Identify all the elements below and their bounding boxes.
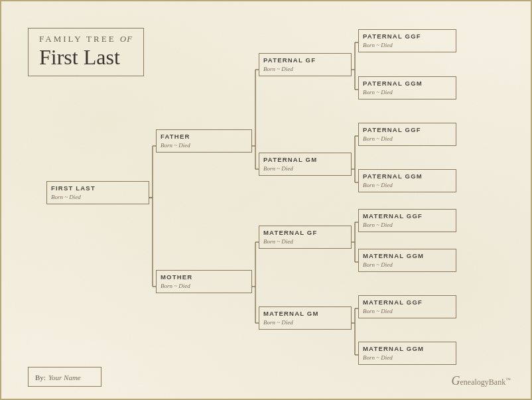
by-name: Your Name (48, 373, 81, 381)
mother-dates: Born ~ Died (157, 282, 251, 293)
paternal-ggf2-label: PATERNAL GGF (359, 123, 456, 135)
logo-name: enealogyBank (460, 377, 506, 387)
title-subtitle: FAMILY TREE of (39, 34, 133, 44)
maternal-ggm1-dates: Born ~ Died (359, 261, 456, 271)
father-dates: Born ~ Died (157, 141, 251, 152)
self-box: FIRST LAST Born ~ Died (46, 181, 149, 204)
mother-label: MOTHER (157, 271, 251, 282)
father-box: FATHER Born ~ Died (156, 129, 252, 153)
paternal-gm-box: PATERNAL GM Born ~ Died (259, 153, 352, 176)
maternal-ggf1-box: MATERNAL GGF Born ~ Died (358, 209, 456, 232)
by-label: By: (35, 373, 46, 381)
title-name: First Last (39, 46, 133, 69)
paternal-ggm1-box: PATERNAL GGM Born ~ Died (358, 76, 456, 100)
paternal-gm-dates: Born ~ Died (259, 165, 351, 175)
maternal-ggf1-dates: Born ~ Died (359, 221, 456, 232)
paternal-ggf1-dates: Born ~ Died (359, 41, 456, 52)
mother-box: MOTHER Born ~ Died (156, 270, 252, 293)
title-box: FAMILY TREE of First Last (28, 28, 144, 76)
genealogybank-logo: GenealogyBank™ (452, 374, 511, 388)
paternal-ggf1-box: PATERNAL GGF Born ~ Died (358, 29, 456, 52)
title-line1: FAMILY TREE (39, 34, 116, 44)
paternal-ggm2-dates: Born ~ Died (359, 181, 456, 192)
by-line: By: Your Name (28, 367, 101, 387)
paternal-gf-dates: Born ~ Died (259, 65, 351, 76)
maternal-gm-box: MATERNAL GM Born ~ Died (259, 306, 352, 330)
title-of: of (120, 34, 133, 44)
paternal-ggf2-box: PATERNAL GGF Born ~ Died (358, 123, 456, 146)
maternal-gf-dates: Born ~ Died (259, 237, 351, 248)
maternal-ggf2-label: MATERNAL GGF (359, 296, 456, 307)
page: FAMILY TREE of First Last (0, 0, 532, 400)
maternal-ggm2-box: MATERNAL GGM Born ~ Died (358, 342, 456, 365)
maternal-gf-box: MATERNAL GF Born ~ Died (259, 226, 352, 249)
paternal-gf-box: PATERNAL GF Born ~ Died (259, 53, 352, 76)
maternal-ggf2-box: MATERNAL GGF Born ~ Died (358, 295, 456, 318)
self-label: FIRST LAST (47, 182, 149, 193)
maternal-ggf2-dates: Born ~ Died (359, 307, 456, 318)
paternal-ggm1-dates: Born ~ Died (359, 88, 456, 99)
maternal-gm-dates: Born ~ Died (259, 318, 351, 329)
maternal-ggm1-box: MATERNAL GGM Born ~ Died (358, 249, 456, 272)
paternal-gm-label: PATERNAL GM (259, 153, 351, 165)
logo-tm: ™ (505, 377, 511, 383)
paternal-ggf2-dates: Born ~ Died (359, 135, 456, 145)
self-dates: Born ~ Died (47, 193, 149, 204)
paternal-ggm1-label: PATERNAL GGM (359, 77, 456, 88)
maternal-ggm1-label: MATERNAL GGM (359, 249, 456, 261)
paternal-ggm2-label: PATERNAL GGM (359, 170, 456, 181)
logo-g: G (452, 374, 460, 387)
maternal-ggm2-label: MATERNAL GGM (359, 342, 456, 354)
maternal-gm-label: MATERNAL GM (259, 307, 351, 318)
maternal-gf-label: MATERNAL GF (259, 226, 351, 237)
paternal-ggm2-box: PATERNAL GGM Born ~ Died (358, 169, 456, 192)
paternal-gf-label: PATERNAL GF (259, 54, 351, 65)
paternal-ggf1-label: PATERNAL GGF (359, 30, 456, 41)
maternal-ggf1-label: MATERNAL GGF (359, 210, 456, 221)
father-label: FATHER (157, 130, 251, 141)
maternal-ggm2-dates: Born ~ Died (359, 354, 456, 364)
